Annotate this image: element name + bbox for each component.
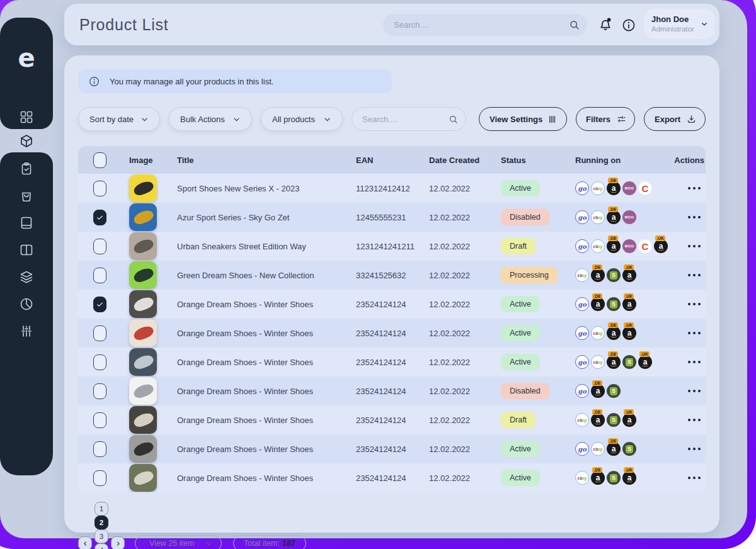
row-checkbox[interactable] xyxy=(93,354,106,370)
sidebar-item-listings[interactable] xyxy=(19,242,34,258)
sort-by-dropdown[interactable]: Sort by date xyxy=(78,107,160,131)
row-actions-button[interactable] xyxy=(687,357,702,368)
row-checkbox[interactable] xyxy=(93,383,106,399)
product-ean: 23524124124 xyxy=(345,329,418,338)
channel-woocommerce-icon: WOO xyxy=(622,239,636,253)
sidebar-item-products[interactable] xyxy=(19,133,34,149)
product-image xyxy=(129,203,157,231)
channel-ebay-icon: ebay xyxy=(591,181,605,195)
row-checkbox[interactable] xyxy=(93,181,106,196)
channel-amazon-uk-icon: a.UK xyxy=(638,355,652,369)
row-actions-button[interactable] xyxy=(687,270,702,281)
status-badge: Draft xyxy=(501,412,536,428)
row-checkbox[interactable] xyxy=(93,268,106,283)
channel-shopify-icon: S xyxy=(622,442,636,456)
product-image xyxy=(129,464,157,492)
page-button-4[interactable]: 4 xyxy=(94,543,108,549)
row-actions-button[interactable] xyxy=(687,183,702,194)
filters-button[interactable]: Filters xyxy=(576,107,635,131)
chevron-down-icon xyxy=(322,114,333,125)
product-title: Green Dream Shoes - New Collection xyxy=(166,271,345,280)
row-actions-button[interactable] xyxy=(687,328,702,339)
chevron-down-icon xyxy=(231,114,242,125)
channel-shopify-icon: S xyxy=(607,268,621,282)
sidebar-item-orders[interactable] xyxy=(19,161,34,176)
product-date-created: 12.02.2022 xyxy=(418,300,490,309)
channel-amazon-de-icon: a.DE xyxy=(607,181,621,195)
chevron-down-icon xyxy=(204,539,214,548)
product-filter-label: All products xyxy=(272,115,315,124)
view-settings-button[interactable]: View Settings xyxy=(479,107,567,131)
row-checkbox[interactable] xyxy=(93,239,106,254)
row-actions-button[interactable] xyxy=(687,386,702,397)
row-checkbox[interactable] xyxy=(93,470,106,486)
column-header-running-on: Running on xyxy=(568,156,668,165)
row-actions-button[interactable] xyxy=(687,241,702,252)
row-checkbox[interactable] xyxy=(93,210,106,225)
table-row: Orange Dream Shoes - Winter Shoes 235241… xyxy=(78,348,706,376)
row-checkbox[interactable] xyxy=(93,441,106,457)
product-title: Orange Dream Shoes - Winter Shoes xyxy=(166,358,345,367)
select-all-checkbox[interactable] xyxy=(93,152,106,168)
sidebar-item-catalog[interactable] xyxy=(19,215,34,230)
channel-go-marketplace-icon: go xyxy=(575,384,589,398)
page-button-3[interactable]: 3 xyxy=(94,529,108,543)
help-info-icon[interactable] xyxy=(621,18,636,33)
sidebar-item-store[interactable] xyxy=(19,188,34,203)
info-banner: You may manage all your products in this… xyxy=(78,69,392,93)
filters-label: Filters xyxy=(586,115,610,124)
previous-page-button[interactable] xyxy=(78,536,92,549)
export-button[interactable]: Export xyxy=(644,107,706,131)
row-checkbox[interactable] xyxy=(93,412,106,428)
column-header-date-created: Date Created xyxy=(418,156,490,165)
sidebar-item-channels[interactable] xyxy=(19,269,34,285)
channel-ebay-icon: ebay xyxy=(591,239,605,253)
header-bar: Product List Jhon Doe Administrator xyxy=(64,4,719,45)
page-button-1[interactable]: 1 xyxy=(94,502,108,516)
user-menu[interactable]: Jhon Doe Administrator xyxy=(644,9,714,39)
page-size-dropdown[interactable]: View 25 item xyxy=(135,535,222,549)
table-row: Orange Dream Shoes - Winter Shoes 235241… xyxy=(78,290,706,319)
row-checkbox[interactable] xyxy=(93,325,106,341)
channel-amazon-de-icon: a.DE xyxy=(591,384,605,398)
product-title: Orange Dream Shoes - Winter Shoes xyxy=(166,444,345,454)
channel-amazon-de-icon: a.DE xyxy=(607,442,621,456)
product-date-created: 12.02.2022 xyxy=(418,416,490,425)
product-date-created: 12.02.2022 xyxy=(418,242,490,251)
column-header-actions: Actions xyxy=(668,156,706,165)
notifications-bell-icon[interactable] xyxy=(597,16,614,33)
product-ean: 112312412412 xyxy=(345,184,418,193)
product-date-created: 12.02.2022 xyxy=(418,329,490,338)
app-logo: e xyxy=(0,45,53,71)
product-title: Sport Shoes New Series X - 2023 xyxy=(166,184,345,193)
row-actions-button[interactable] xyxy=(687,212,702,223)
product-filter-dropdown[interactable]: All products xyxy=(261,107,343,131)
sidebar-item-dashboard[interactable] xyxy=(19,110,34,125)
global-search xyxy=(383,14,587,36)
page-title: Product List xyxy=(79,16,169,34)
table-row: Orange Dream Shoes - Winter Shoes 235241… xyxy=(78,434,706,463)
table-row: Azur Sport Series - Sky Go Zet 124555552… xyxy=(78,203,706,232)
next-page-button[interactable] xyxy=(111,536,125,549)
row-actions-button[interactable] xyxy=(687,444,702,455)
download-icon xyxy=(686,114,697,125)
sidebar: e xyxy=(0,18,53,475)
row-checkbox[interactable] xyxy=(93,297,106,312)
channel-ebay-icon: ebay xyxy=(591,355,605,369)
global-search-input[interactable] xyxy=(383,14,587,36)
row-actions-button[interactable] xyxy=(687,415,702,426)
view-settings-label: View Settings xyxy=(490,115,542,124)
channel-ebay-icon: ebay xyxy=(575,471,589,485)
page-button-2[interactable]: 2 xyxy=(94,516,108,529)
channel-go-marketplace-icon: go xyxy=(575,442,589,456)
bulk-actions-dropdown[interactable]: Bulk Actions xyxy=(169,107,252,131)
status-badge: Active xyxy=(501,296,540,312)
status-badge: Processing xyxy=(501,267,558,283)
row-actions-button[interactable] xyxy=(687,299,702,310)
row-actions-button[interactable] xyxy=(687,473,702,484)
product-ean: 1231241241211 xyxy=(345,242,418,251)
sidebar-item-settings[interactable] xyxy=(19,324,34,339)
sidebar-item-analytics[interactable] xyxy=(19,297,34,312)
table-row: Green Dream Shoes - New Collection 33241… xyxy=(78,261,706,290)
status-badge: Active xyxy=(501,354,540,370)
